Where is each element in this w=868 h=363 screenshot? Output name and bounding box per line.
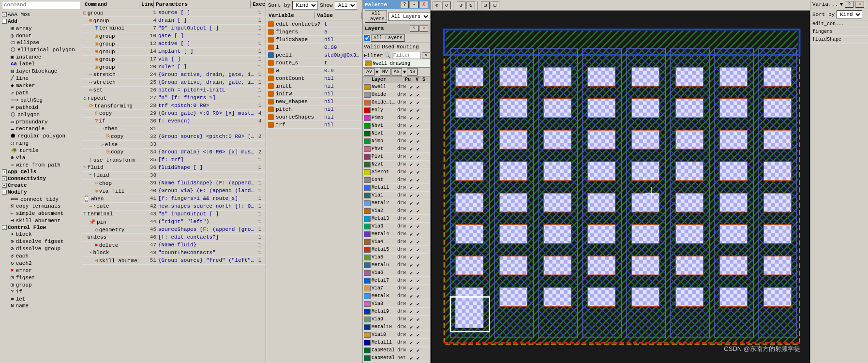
tree-item-label[interactable]: Aa label [1, 60, 81, 67]
tree-item-ring[interactable]: ◯ ring [1, 139, 81, 147]
cmd-row[interactable]: Tterminal43"S" inputOutput [ ]1 [82, 211, 266, 218]
cmd-row[interactable]: ⟩use transform35[f: trf]1 [82, 156, 266, 164]
layer-row[interactable]: Metal1drw✔✔ [363, 184, 430, 192]
layer-row[interactable]: Via10drw✔✔ [363, 331, 430, 339]
tree-section-controlflow[interactable]: - Control Flow [1, 224, 81, 231]
layer-row[interactable]: CapMetaldrw✔✔ [363, 347, 430, 354]
canvas-main[interactable]: CSDN @东南方的射频学徒 [431, 11, 810, 363]
tb-btn-5[interactable]: ⊞ [481, 1, 490, 9]
var-row[interactable]: initLnil [266, 82, 362, 90]
layer-pu-check[interactable]: ✔ [410, 317, 416, 322]
ns-btn[interactable]: NS [407, 68, 418, 76]
cmd-row[interactable]: ⎘copy34{Group drain} <:0 R0> [x] must 'F… [82, 149, 266, 156]
tree-item-wire-from-path[interactable]: ⇒ wire from path [1, 161, 81, 168]
tree-item-dissolve-group[interactable]: ⊘ dissolve group [1, 245, 81, 252]
layer-row[interactable]: Metal8drw✔✔ [363, 292, 430, 300]
tree-item-array[interactable]: ⊞ array [1, 25, 81, 32]
tree-section-add[interactable]: - Add [1, 18, 81, 25]
cmd-row[interactable]: ⟳transforming28trf <pitch:0 R0>1 [82, 102, 266, 110]
layer-v-check[interactable]: ✔ [417, 200, 422, 206]
layer-pu-check[interactable]: ✔ [410, 286, 416, 291]
layer-row[interactable]: Nwelldrw✔✔ [363, 83, 430, 91]
layer-v-check[interactable]: ✔ [417, 262, 422, 268]
cmd-row[interactable]: ⊞group14implant [ ]1 [82, 48, 266, 56]
tree-section-connectivity[interactable]: + Connectivity [1, 175, 81, 182]
layer-pu-check[interactable]: ✔ [410, 169, 416, 175]
expand-controlflow[interactable]: - [2, 225, 7, 230]
layer-row[interactable]: Plvtdrw✔✔ [363, 153, 430, 161]
tree-item-figset[interactable]: ⊡ figset [1, 274, 81, 281]
cmd-row[interactable]: ⌚when41[f: fingers>1 && route_s]1 [82, 195, 266, 203]
layer-v-check[interactable]: ✔ [417, 162, 422, 167]
tree-item-elliptical-polygon[interactable]: ⬠ elliptical polygon [1, 46, 81, 53]
layer-pu-check[interactable]: ✔ [410, 301, 416, 307]
var-row[interactable]: l0.09 [266, 44, 362, 51]
cmd-row[interactable]: ↻repeat27"n" [f: fingers-1]1 [82, 94, 266, 102]
cmd-row[interactable]: ↔stretch24{Group active, drain, gate, im… [82, 71, 266, 79]
layer-v-check[interactable]: ✔ [417, 208, 422, 214]
layer-row[interactable]: Polydrw✔✔ [363, 106, 430, 114]
var-row[interactable]: trfnil [266, 121, 362, 129]
cmd-row[interactable]: ▪block48"countTheContacts"1 [82, 249, 266, 257]
cmd-row[interactable]: Tterminal7"D" inputOutput [ ]1 [82, 25, 266, 32]
filter-input[interactable] [392, 52, 421, 59]
layer-pu-check[interactable]: ✔ [410, 239, 416, 245]
layer-row[interactable]: Metal10drw✔✔ [363, 323, 430, 331]
tree-item-if[interactable]: ? if [1, 288, 81, 295]
cmd-row[interactable]: →route42new_shapes source north [f: 0.05… [82, 203, 266, 211]
cmd-row[interactable]: ◇geometry45sourceShapes (F: (append (gro… [82, 226, 266, 234]
cmd-row[interactable]: ✖delete47{Name fluid}1 [82, 242, 266, 249]
var-row[interactable]: pcellstd0bj@0x3c8e0f08 [266, 51, 362, 59]
layer-v-check[interactable]: ✔ [417, 255, 422, 260]
layer-pu-check[interactable]: ✔ [410, 293, 416, 299]
tree-section-appcells[interactable]: + App Cells [1, 168, 81, 175]
layer-v-check[interactable]: ✔ [417, 286, 422, 291]
nv-btn[interactable]: NV [380, 68, 390, 76]
layer-pu-check[interactable]: ✔ [410, 162, 416, 167]
av-btn[interactable]: AV [364, 68, 374, 76]
layer-row[interactable]: Phvtdrw✔✔ [363, 145, 430, 153]
tree-item-polygon[interactable]: ⬡ polygon [1, 111, 81, 118]
show-dropdown[interactable]: All [335, 1, 357, 10]
layer-v-check[interactable]: ✔ [417, 131, 422, 136]
layer-v-check[interactable]: ✔ [417, 177, 422, 183]
layer-pu-check[interactable]: ✔ [410, 355, 416, 361]
layer-v-check[interactable]: ✔ [417, 138, 422, 144]
layer-row[interactable]: Metal9drw✔✔ [363, 308, 430, 316]
cmd-row[interactable]: ¬unless46[f: edit_contacts?]1 [82, 234, 266, 242]
cmd-row[interactable]: ═set26pitch = pitch+l-initL1 [82, 87, 266, 94]
tree-item-prboundary[interactable]: ▭ prboundary [1, 118, 81, 125]
right-close-btn[interactable]: × [855, 1, 864, 8]
tree-item-skill-abutment[interactable]: ⊣ skill abutment [1, 217, 81, 224]
layer-row[interactable]: Contdrw✔✔ [363, 176, 430, 184]
layer-v-check[interactable]: ✔ [417, 92, 422, 98]
layer-pu-check[interactable]: ✔ [410, 208, 416, 214]
expand-modify[interactable]: - [2, 190, 7, 195]
layer-row[interactable]: Via6drw✔✔ [363, 269, 430, 277]
cmd-row[interactable]: ⊞group12active [ ]1 [82, 40, 266, 48]
layer-pu-check[interactable]: ✔ [410, 138, 416, 144]
layer-pu-check[interactable]: ✔ [410, 177, 416, 183]
layer-row[interactable]: Nhvtdrw✔✔ [363, 122, 430, 130]
layer-pu-check[interactable]: ✔ [410, 231, 416, 237]
right-var-row[interactable]: edit_con... [810, 20, 868, 28]
layer-row[interactable]: Metal2drw✔✔ [363, 199, 430, 207]
cmd-row[interactable]: ~fluid38 [82, 172, 266, 180]
all-layers-filter-btn[interactable]: All Layers [371, 34, 405, 42]
cmd-row[interactable]: ✂chop39{Name fluidShape} (F: (append (la… [82, 180, 266, 187]
tb-btn-1[interactable]: ⊕ [433, 1, 441, 9]
layer-row[interactable]: Via1drw✔✔ [363, 192, 430, 199]
layer-v-check[interactable]: ✔ [417, 332, 422, 338]
layer-pu-check[interactable]: ✔ [410, 107, 416, 113]
layer-pu-check[interactable]: ✔ [410, 100, 416, 106]
layer-row[interactable]: Nlvtdrw✔✔ [363, 130, 430, 137]
layer-v-check[interactable]: ✔ [417, 107, 422, 113]
layer-pu-check[interactable]: ✔ [410, 278, 416, 284]
layer-v-check[interactable]: ✔ [417, 123, 422, 129]
tree-item-marker[interactable]: ◆ marker [1, 82, 81, 89]
layer-pu-check[interactable]: ✔ [410, 309, 416, 315]
tb-btn-3[interactable]: ↺ [457, 1, 465, 9]
col-command[interactable]: Command [83, 0, 139, 8]
layer-pu-check[interactable]: ✔ [410, 348, 416, 353]
layer-row[interactable]: Via2drw✔✔ [363, 207, 430, 215]
